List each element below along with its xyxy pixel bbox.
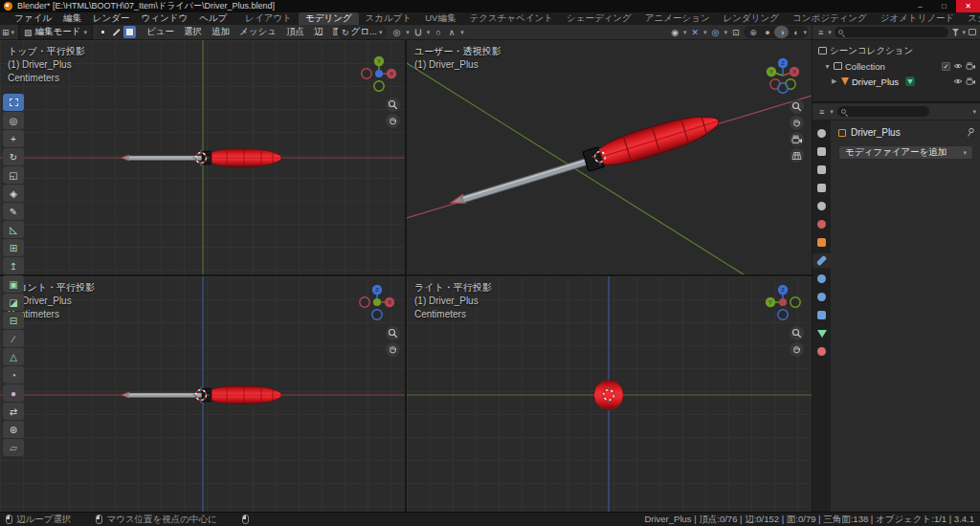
vp-menu-辺[interactable]: 辺 xyxy=(309,26,328,38)
workspace-tab-テクスチャペイント[interactable]: テクスチャペイント xyxy=(462,12,560,25)
properties-options-caret[interactable]: ▾ xyxy=(972,108,976,116)
pan-hand-button[interactable] xyxy=(790,342,804,357)
perspective-toggle-button[interactable] xyxy=(790,148,804,163)
properties-tab-world[interactable] xyxy=(813,217,831,231)
workspace-tab-コンポジティング[interactable]: コンポジティング xyxy=(786,12,874,25)
camera-view-button[interactable] xyxy=(790,132,804,146)
tool-scale[interactable]: ◱ xyxy=(3,166,24,184)
shading-material-icon[interactable]: ◑ xyxy=(774,26,789,38)
tool-inset-faces[interactable]: ▣ xyxy=(3,275,24,293)
menu-ヘルプ[interactable]: ヘルプ xyxy=(193,12,233,25)
pan-hand-button[interactable] xyxy=(386,342,400,357)
minimize-button[interactable]: – xyxy=(908,0,932,12)
outliner-display-mode-icon[interactable]: ≡ xyxy=(816,28,825,37)
vp-menu-頂点[interactable]: 頂点 xyxy=(281,26,309,38)
tool-shear[interactable]: ▱ xyxy=(3,439,24,456)
vertex-select-button[interactable] xyxy=(97,26,109,38)
properties-tab-physics[interactable] xyxy=(813,290,831,304)
overlays-caret[interactable]: ▾ xyxy=(724,29,727,36)
viewport-top[interactable]: トップ・平行投影 (1) Driver_Plus Centimeters YX xyxy=(0,40,405,274)
tool-edge-slide[interactable]: ⇄ xyxy=(3,403,24,420)
pan-hand-button[interactable] xyxy=(386,114,400,128)
hide-eye-icon[interactable] xyxy=(953,62,963,70)
workspace-tab-UV編集[interactable]: UV編集 xyxy=(418,12,462,25)
properties-tab-object[interactable] xyxy=(813,235,831,250)
tool-add-cube[interactable]: ⊞ xyxy=(3,239,24,256)
properties-tab-view-layer[interactable] xyxy=(813,181,831,195)
gizmo-axis-y-pos[interactable] xyxy=(373,298,381,306)
shading-wireframe-icon[interactable]: ⊕ xyxy=(746,26,760,38)
tool-move[interactable]: + xyxy=(3,130,24,147)
properties-search-input[interactable] xyxy=(837,106,929,117)
properties-tab-modifiers[interactable] xyxy=(813,253,831,268)
tool-rotate[interactable]: ↻ xyxy=(3,148,24,165)
add-modifier-button[interactable]: モディファイアーを追加 ▾ xyxy=(838,145,973,160)
workspace-tab-アニメーション[interactable]: アニメーション xyxy=(638,12,717,25)
properties-tab-output[interactable] xyxy=(813,163,831,177)
viewport-front[interactable]: フロント・平行投影 (1) Driver_Plus Centimeters ZX xyxy=(0,276,405,512)
hide-eye-icon[interactable] xyxy=(953,77,963,85)
vp-menu-選択[interactable]: 選択 xyxy=(179,26,207,38)
expand-icon[interactable]: ▼ xyxy=(824,63,831,70)
zoom-button[interactable] xyxy=(790,326,804,340)
navigation-gizmo[interactable]: ZY xyxy=(761,280,805,328)
gizmo-axis-z-neg[interactable] xyxy=(372,310,382,319)
vp-menu-メッシュ[interactable]: メッシュ xyxy=(234,26,281,38)
edge-select-button[interactable] xyxy=(110,26,122,38)
properties-tab-render[interactable] xyxy=(813,144,831,159)
transform-orientation-dropdown[interactable]: ↻ グロ... ▾ xyxy=(337,25,387,39)
tool-select-box[interactable] xyxy=(3,94,24,111)
workspace-tab-シェーディング[interactable]: シェーディング xyxy=(560,12,638,25)
outliner-search-input[interactable] xyxy=(835,27,949,37)
visibility-caret[interactable]: ▾ xyxy=(683,29,687,36)
menu-ウィンドウ[interactable]: ウィンドウ xyxy=(136,12,194,25)
editor-type-caret[interactable]: ▾ xyxy=(11,29,15,36)
gizmos-caret[interactable]: ▾ xyxy=(703,29,707,36)
tool-loop-cut[interactable]: ⊟ xyxy=(3,312,24,329)
outliner-row-object[interactable]: ▶ Driver_Plus xyxy=(813,74,980,89)
shading-rendered-icon[interactable]: ◐ xyxy=(789,26,803,38)
outliner-row-scene-collection[interactable]: シーンコレクション xyxy=(813,43,980,58)
editor-type-icon[interactable]: ⊞ xyxy=(0,28,11,37)
close-button[interactable]: ✕ xyxy=(956,0,980,12)
tool-cursor[interactable]: ◎ xyxy=(3,112,24,129)
outliner-row-collection[interactable]: ▼ Collection ✓ xyxy=(813,58,980,74)
properties-tab-constraints[interactable] xyxy=(813,308,831,322)
tool-spin[interactable]: ◔ xyxy=(3,366,24,384)
proportional-edit-icon[interactable]: ○ xyxy=(434,28,442,37)
workspace-tab-スカルプト[interactable]: スカルプト xyxy=(359,12,419,25)
workspace-tab-スクリプト作成[interactable]: スクリプト作成 xyxy=(961,12,980,25)
pan-hand-button[interactable] xyxy=(790,116,804,130)
tool-shrink-fatten[interactable]: ⊛ xyxy=(3,421,24,438)
filter-caret[interactable]: ▾ xyxy=(962,29,966,36)
vp-menu-追加[interactable]: 追加 xyxy=(207,26,234,38)
face-select-button[interactable] xyxy=(123,26,136,38)
gizmos-toggle-icon[interactable]: ✕ xyxy=(690,28,702,37)
zoom-button[interactable] xyxy=(790,99,804,114)
pin-icon[interactable] xyxy=(965,127,975,138)
tool-knife[interactable]: ∕ xyxy=(3,330,24,347)
pivot-point-icon[interactable]: ◎ xyxy=(390,28,402,37)
gizmo-axis-x-pos[interactable] xyxy=(779,298,787,306)
new-collection-icon[interactable] xyxy=(969,29,976,35)
overlays-toggle-icon[interactable]: ◎ xyxy=(710,28,722,37)
render-camera-icon[interactable] xyxy=(966,62,976,70)
breadcrumb-object-name[interactable]: Driver_Plus xyxy=(851,127,901,138)
xray-toggle-icon[interactable]: ⊡ xyxy=(730,28,742,37)
tool-bevel[interactable]: ◪ xyxy=(3,294,24,311)
gizmo-axis-y-neg[interactable] xyxy=(374,81,384,91)
navigation-gizmo[interactable]: YX xyxy=(357,52,401,99)
workspace-tab-レンダリング[interactable]: レンダリング xyxy=(717,12,786,25)
snap-magnet-icon[interactable] xyxy=(413,28,423,37)
workspace-tab-ジオメトリノード[interactable]: ジオメトリノード xyxy=(874,12,962,25)
gizmo-axis-x-neg[interactable] xyxy=(362,69,371,78)
workspace-tab-レイアウト[interactable]: レイアウト xyxy=(238,12,299,25)
tool-poly-build[interactable]: △ xyxy=(3,348,24,365)
falloff-caret[interactable]: ▾ xyxy=(460,29,464,36)
navigation-gizmo[interactable]: ZX xyxy=(355,280,399,328)
menu-レンダー[interactable]: レンダー xyxy=(87,12,136,25)
falloff-icon[interactable]: ∧ xyxy=(447,28,457,37)
outliner-display-caret[interactable]: ▾ xyxy=(828,29,832,36)
properties-tab-scene[interactable] xyxy=(813,199,831,213)
vp-menu-ビュー[interactable]: ビュー xyxy=(142,26,179,38)
